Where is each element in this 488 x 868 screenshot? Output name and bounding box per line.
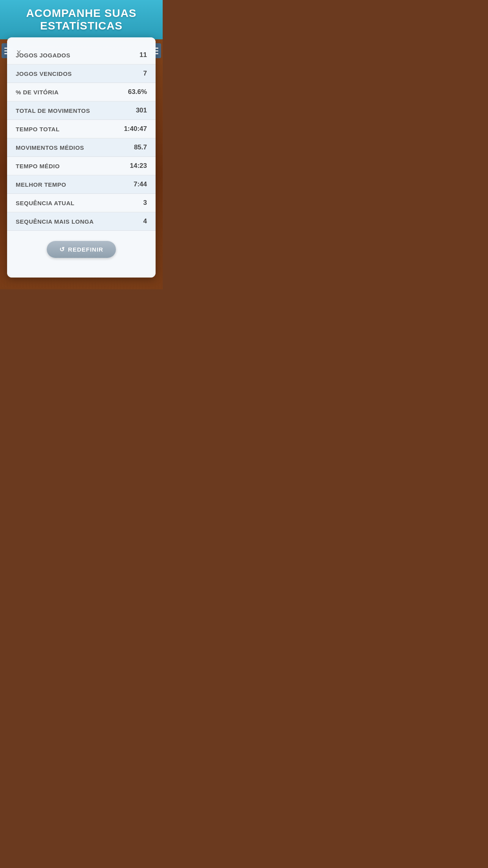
reset-button-label: REDEFINIR xyxy=(68,246,103,253)
stat-label: TOTAL DE MOVIMENTOS xyxy=(16,107,90,114)
stat-label: JOGOS VENCIDOS xyxy=(16,70,72,77)
stat-label: MELHOR TEMPO xyxy=(16,181,66,188)
stat-value: 63.6% xyxy=(128,88,147,96)
header: ACOMPANHE SUAS ESTATÍSTICAS xyxy=(0,0,163,39)
reset-button[interactable]: ↺ REDEFINIR xyxy=(47,241,116,258)
stat-label: SEQUÊNCIA ATUAL xyxy=(16,200,74,206)
stat-row: MOVIMENTOS MÉDIOS85.7 xyxy=(7,138,156,157)
stat-row: TOTAL DE MOVIMENTOS301 xyxy=(7,101,156,120)
page-title: ACOMPANHE SUAS ESTATÍSTICAS xyxy=(8,7,155,32)
stat-label: SEQUÊNCIA MAIS LONGA xyxy=(16,218,94,225)
stats-modal: × JOGOS JOGADOS11JOGOS VENCIDOS7% DE VIT… xyxy=(7,37,156,278)
stat-value: 11 xyxy=(139,51,147,59)
stat-row: JOGOS VENCIDOS7 xyxy=(7,64,156,83)
stat-row: TEMPO TOTAL1:40:47 xyxy=(7,120,156,138)
stat-value: 1:40:47 xyxy=(124,125,147,133)
stat-row: SEQUÊNCIA MAIS LONGA4 xyxy=(7,212,156,231)
stat-value: 3 xyxy=(143,199,147,207)
reset-button-container: ↺ REDEFINIR xyxy=(7,235,156,263)
stat-label: MOVIMENTOS MÉDIOS xyxy=(16,144,84,151)
stat-row: MELHOR TEMPO7:44 xyxy=(7,175,156,194)
stat-value: 85.7 xyxy=(134,143,147,151)
close-icon: × xyxy=(17,48,22,57)
stat-row: % DE VITÓRIA63.6% xyxy=(7,83,156,101)
stat-label: TEMPO TOTAL xyxy=(16,126,60,132)
stat-value: 14:23 xyxy=(130,162,147,170)
stat-value: 301 xyxy=(136,107,147,114)
stat-value: 7 xyxy=(143,70,147,77)
stats-list: JOGOS JOGADOS11JOGOS VENCIDOS7% DE VITÓR… xyxy=(7,41,156,235)
stat-value: 7:44 xyxy=(134,180,147,188)
close-button[interactable]: × xyxy=(13,46,25,59)
reset-icon: ↺ xyxy=(59,246,65,253)
stat-row: JOGOS JOGADOS11 xyxy=(7,46,156,64)
stat-label: % DE VITÓRIA xyxy=(16,89,59,96)
stat-label: TEMPO MÉDIO xyxy=(16,163,60,169)
stat-row: TEMPO MÉDIO14:23 xyxy=(7,157,156,175)
stat-value: 4 xyxy=(143,217,147,225)
modal-content: × JOGOS JOGADOS11JOGOS VENCIDOS7% DE VIT… xyxy=(7,41,156,263)
stat-row: SEQUÊNCIA ATUAL3 xyxy=(7,194,156,212)
